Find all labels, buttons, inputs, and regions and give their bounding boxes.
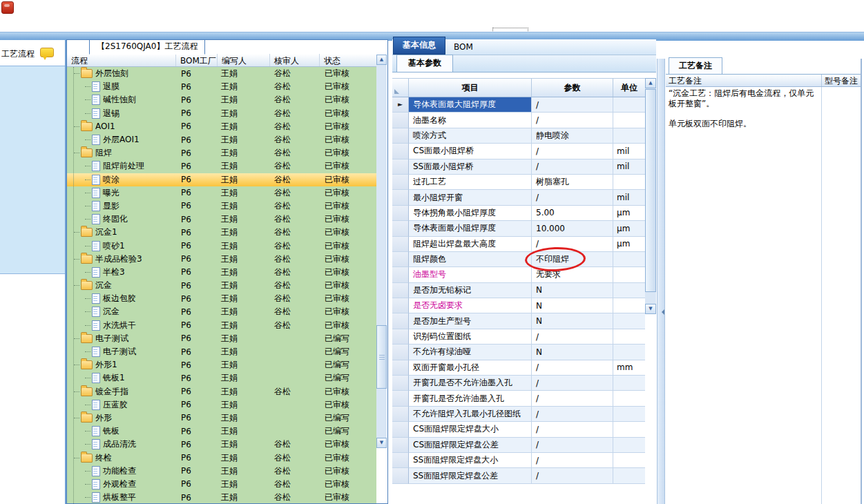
param-value-cell[interactable]: /: [532, 329, 613, 345]
param-value-cell[interactable]: /: [532, 97, 613, 113]
scroll-thumb[interactable]: [645, 89, 656, 292]
process-row[interactable]: 沉金P6王娟谷松已审核: [67, 279, 376, 292]
param-item-cell[interactable]: SS面阻焊限定焊盘公差: [409, 468, 532, 483]
param-grid-scrollbar[interactable]: ▲ ▼: [645, 78, 656, 314]
param-row[interactable]: CS面最小阻焊桥/mil: [392, 144, 645, 159]
param-row[interactable]: 双面开窗最小孔径/mm: [392, 360, 645, 376]
param-row[interactable]: 导体表面最小阻焊厚度10.000μm: [392, 221, 645, 236]
model-notes-cell[interactable]: [822, 87, 861, 504]
tab-basic-params[interactable]: 基本参数: [396, 55, 453, 72]
process-row[interactable]: 电子测试P6王娟已编写: [67, 332, 376, 345]
param-row[interactable]: 是否无卤要求N: [392, 298, 645, 313]
param-row[interactable]: 最小阻焊开窗/mil: [392, 190, 645, 205]
red-app-icon[interactable]: [1, 1, 14, 14]
col-header-unit[interactable]: 单位: [613, 79, 645, 97]
process-row[interactable]: 半成品检验3P6王娟谷松已审核: [67, 253, 376, 266]
param-item-cell[interactable]: CS面最小阻焊桥: [409, 144, 532, 159]
process-row[interactable]: 沉金P6王娟谷松已审核: [67, 305, 376, 318]
process-row[interactable]: 水洗烘干P6王娟谷松已审核: [67, 319, 376, 332]
param-value-cell[interactable]: /: [532, 422, 613, 437]
param-row[interactable]: 过孔工艺树脂塞孔: [392, 175, 645, 190]
col-header-process[interactable]: 流程: [67, 54, 176, 66]
process-row[interactable]: 阻焊前处理P6王娟谷松已审核: [67, 159, 376, 173]
tab-process-notes[interactable]: 工艺备注: [669, 57, 722, 74]
param-item-cell[interactable]: 喷涂方式: [409, 128, 532, 144]
param-row[interactable]: 油墨型号无要求: [392, 267, 645, 282]
process-row[interactable]: 电子测试P6王娟已编写: [67, 345, 376, 358]
param-value-cell[interactable]: 5.00: [532, 206, 613, 221]
comment-bubble-icon[interactable]: [40, 48, 54, 57]
param-item-cell[interactable]: 是否无卤要求: [409, 298, 532, 313]
col-header-model-notes[interactable]: 型号备注: [822, 75, 861, 86]
param-item-cell[interactable]: 是否加无铅标记: [409, 283, 532, 298]
param-row[interactable]: 阻焊颜色不印阻焊: [392, 252, 645, 267]
process-row[interactable]: 阻焊P6王娟谷松已审核: [67, 146, 376, 159]
param-value-cell[interactable]: 树脂塞孔: [532, 175, 613, 190]
col-header-factory[interactable]: BOM工厂: [176, 54, 218, 66]
param-item-cell[interactable]: 阻焊超出焊盘最大高度: [409, 237, 532, 252]
col-header-item[interactable]: 项目: [409, 79, 532, 97]
param-row[interactable]: 是否加无铅标记N: [392, 283, 645, 298]
process-row[interactable]: 喷砂1P6王娟谷松已审核: [67, 239, 376, 252]
param-value-cell[interactable]: /: [532, 144, 613, 159]
col-header-writer[interactable]: 编写人: [218, 54, 270, 66]
process-window-title-tab[interactable]: 【2S1760QJA0】工艺流程: [89, 39, 205, 55]
process-row[interactable]: 外层蚀刻P6王娟谷松已审核: [67, 67, 376, 80]
param-value-cell[interactable]: 10.000: [532, 221, 613, 236]
param-row[interactable]: CS面阻焊限定焊盘大小/: [392, 422, 645, 437]
process-scrollbar[interactable]: ▲ ▼: [376, 55, 387, 448]
tab-basic-info[interactable]: 基本信息: [393, 37, 445, 55]
scroll-down-icon[interactable]: ▼: [645, 304, 656, 314]
param-row[interactable]: 开窗孔是否不允许油墨入孔/: [392, 376, 645, 391]
process-row[interactable]: 退膜P6王娟谷松已审核: [67, 80, 376, 93]
process-row[interactable]: 外层AOI1P6王娟谷松已审核: [67, 133, 376, 146]
process-row[interactable]: 成品清洗P6王娟谷松已审核: [67, 438, 376, 451]
scroll-up-icon[interactable]: ▲: [645, 78, 656, 88]
param-item-cell[interactable]: CS面阻焊限定焊盘公差: [409, 438, 532, 453]
param-item-cell[interactable]: SS面阻焊限定焊盘大小: [409, 453, 532, 468]
param-row[interactable]: 阻焊超出焊盘最大高度/μm: [392, 237, 645, 252]
param-item-cell[interactable]: 最小阻焊开窗: [409, 190, 532, 205]
param-item-cell[interactable]: 导体拐角最小阻焊厚度: [409, 206, 532, 221]
param-value-cell[interactable]: 静电喷涂: [532, 128, 613, 144]
param-row[interactable]: 识别码位置图纸/: [392, 329, 645, 345]
scroll-down-icon[interactable]: ▼: [376, 438, 387, 448]
process-row[interactable]: 铣板P6王娟已编写: [67, 425, 376, 438]
param-value-cell[interactable]: /: [532, 407, 613, 422]
param-value-cell[interactable]: N: [532, 313, 613, 329]
param-row[interactable]: 喷涂方式静电喷涂: [392, 128, 645, 144]
process-row[interactable]: 曝光P6王娟谷松已审核: [67, 186, 376, 200]
param-item-cell[interactable]: SS面最小阻焊桥: [409, 159, 532, 175]
process-row[interactable]: 烘板整平P6王娟谷松已审核: [67, 491, 376, 503]
param-row[interactable]: 不允许阻焊入孔最小孔径图纸/: [392, 407, 645, 422]
param-item-cell[interactable]: 不允许有绿油哑: [409, 345, 532, 360]
param-value-cell[interactable]: /: [532, 360, 613, 376]
param-item-cell[interactable]: CS面阻焊限定焊盘大小: [409, 422, 532, 437]
param-row[interactable]: ►导体表面最大阻焊厚度/: [392, 97, 645, 113]
param-row[interactable]: CS面阻焊限定焊盘公差/: [392, 438, 645, 453]
process-row[interactable]: 铣板1P6王娟已编写: [67, 371, 376, 385]
param-item-cell[interactable]: 油墨名称: [409, 113, 532, 128]
process-row[interactable]: 功能检查P6王娟谷松已审核: [67, 465, 376, 478]
tab-bom[interactable]: BOM: [445, 40, 481, 55]
param-item-cell[interactable]: 油墨型号: [409, 267, 532, 282]
process-row[interactable]: 显影P6王娟谷松已审核: [67, 200, 376, 213]
param-value-cell[interactable]: N: [532, 298, 613, 313]
process-row[interactable]: 沉金1P6王娟谷松已审核: [67, 226, 376, 239]
param-value-cell[interactable]: N: [532, 345, 613, 360]
param-value-cell[interactable]: /: [532, 190, 613, 205]
param-value-cell[interactable]: 不印阻焊: [532, 252, 613, 267]
param-row[interactable]: SS面最小阻焊桥/mil: [392, 159, 645, 175]
param-item-cell[interactable]: 阻焊颜色: [409, 252, 532, 267]
panel-splitter[interactable]: [657, 59, 665, 504]
param-row[interactable]: 油墨名称/: [392, 113, 645, 128]
param-item-cell[interactable]: 过孔工艺: [409, 175, 532, 190]
param-item-cell[interactable]: 识别码位置图纸: [409, 329, 532, 345]
param-value-cell[interactable]: /: [532, 391, 613, 406]
col-header-reviewer[interactable]: 核审人: [270, 54, 320, 66]
param-value-cell[interactable]: /: [532, 453, 613, 468]
scroll-up-icon[interactable]: ▲: [376, 55, 387, 65]
param-value-cell[interactable]: /: [532, 376, 613, 391]
param-row[interactable]: 导体拐角最小阻焊厚度5.00μm: [392, 206, 645, 221]
process-row[interactable]: 外观检查P6王娟谷松已审核: [67, 478, 376, 491]
